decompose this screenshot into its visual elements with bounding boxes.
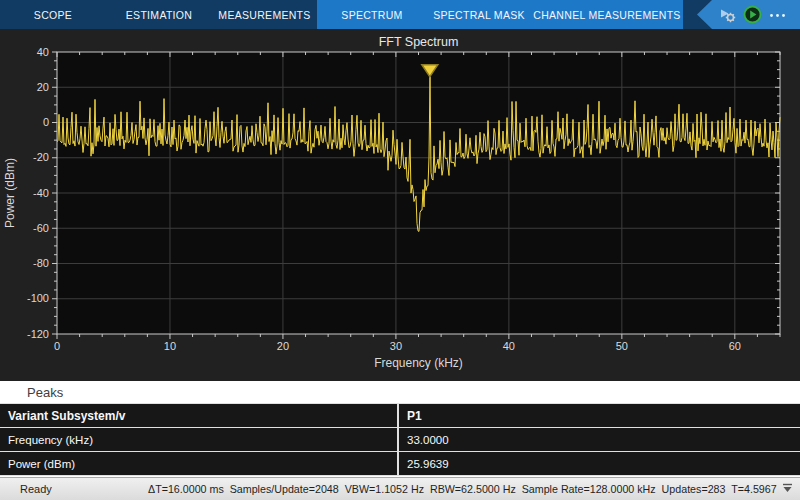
- svg-text:-40: -40: [33, 187, 49, 199]
- tab-channel-measurements[interactable]: CHANNEL MEASUREMENTS: [531, 0, 683, 29]
- toolstrip-tabbar: SCOPE ESTIMATION MEASUREMENTS SPECTRUM S…: [0, 0, 800, 29]
- peaks-table-row-frequency[interactable]: Frequency (kHz) 33.0000: [0, 428, 800, 452]
- peaks-title: Peaks: [27, 385, 63, 400]
- peaks-table-header-row[interactable]: Variant Subsystem/v P1: [0, 404, 800, 428]
- svg-text:0: 0: [43, 116, 49, 128]
- status-state: Ready: [20, 483, 148, 495]
- tab-estimation[interactable]: ESTIMATION: [106, 0, 212, 29]
- svg-text:30: 30: [390, 340, 402, 352]
- peaks-table: Variant Subsystem/v P1 Frequency (kHz) 3…: [0, 403, 800, 476]
- svg-text:20: 20: [277, 340, 289, 352]
- svg-text:60: 60: [729, 340, 741, 352]
- peaks-table-row-power[interactable]: Power (dBm) 25.9639: [0, 452, 800, 476]
- svg-text:-60: -60: [33, 222, 49, 234]
- more-options-icon[interactable]: [768, 6, 788, 24]
- svg-text:-80: -80: [33, 257, 49, 269]
- tab-spectrum[interactable]: SPECTRUM: [317, 0, 427, 29]
- svg-text:Power (dBm): Power (dBm): [3, 158, 17, 228]
- peaks-table-header-source: Variant Subsystem/v: [0, 404, 398, 428]
- svg-text:-120: -120: [27, 328, 49, 340]
- peaks-frequency-value: 33.0000: [398, 428, 800, 452]
- stepping-options-icon[interactable]: [719, 6, 737, 24]
- peaks-table-header-p1: P1: [398, 404, 800, 428]
- simulation-controls: [697, 0, 800, 29]
- svg-text:-100: -100: [27, 292, 49, 304]
- tab-scope[interactable]: SCOPE: [0, 0, 106, 29]
- svg-text:Frequency (kHz): Frequency (kHz): [374, 356, 463, 370]
- collapse-statusbar-icon[interactable]: [782, 483, 793, 495]
- tab-spectral-mask[interactable]: SPECTRAL MASK: [427, 0, 531, 29]
- status-info: ΔT=16.0000 ms Samples/Update=2048 VBW=1.…: [148, 483, 777, 495]
- run-icon[interactable]: [743, 5, 762, 24]
- spectrum-chart-panel: 0102030405060-120-100-80-60-40-2002040FF…: [0, 29, 800, 381]
- spectrum-analyzer-window: SCOPE ESTIMATION MEASUREMENTS SPECTRUM S…: [0, 0, 800, 500]
- peaks-power-value: 25.9639: [398, 452, 800, 476]
- tabgroup-context: SPECTRUM SPECTRAL MASK CHANNEL MEASUREME…: [317, 0, 683, 29]
- svg-text:40: 40: [503, 340, 515, 352]
- tab-measurements[interactable]: MEASUREMENTS: [212, 0, 317, 29]
- svg-text:20: 20: [37, 81, 49, 93]
- svg-text:0: 0: [54, 340, 60, 352]
- svg-text:-20: -20: [33, 151, 49, 163]
- svg-text:40: 40: [37, 46, 49, 58]
- svg-text:FFT Spectrum: FFT Spectrum: [379, 35, 459, 49]
- peaks-frequency-label: Frequency (kHz): [0, 428, 398, 452]
- svg-text:50: 50: [616, 340, 628, 352]
- simulation-zone: [683, 0, 800, 29]
- peaks-power-label: Power (dBm): [0, 452, 398, 476]
- fft-spectrum-chart[interactable]: 0102030405060-120-100-80-60-40-2002040FF…: [0, 29, 800, 381]
- svg-text:10: 10: [164, 340, 176, 352]
- peaks-panel-header: Peaks: [0, 381, 800, 403]
- status-bar: Ready ΔT=16.0000 ms Samples/Update=2048 …: [0, 477, 800, 500]
